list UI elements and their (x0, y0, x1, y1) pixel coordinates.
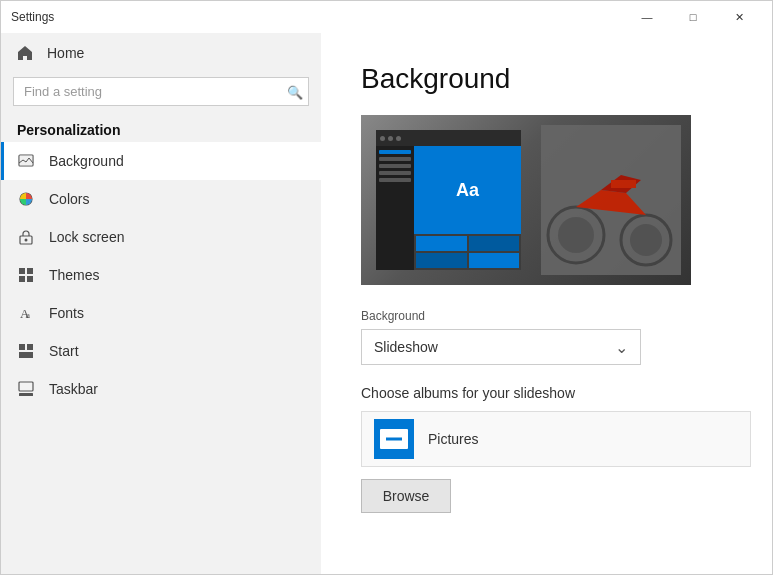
svg-rect-21 (611, 180, 636, 188)
tile-4 (469, 253, 520, 268)
svg-rect-15 (19, 393, 33, 396)
sidebar-start-label: Start (49, 343, 79, 359)
tile-3 (416, 253, 467, 268)
theme-mini-sidebar (376, 146, 414, 234)
preview-container: Aa (361, 115, 691, 285)
svg-rect-6 (27, 268, 33, 274)
theme-bottom-left (376, 234, 414, 270)
chevron-down-icon: ⌄ (615, 338, 628, 357)
folder-line (386, 438, 402, 441)
settings-window: Settings — □ ✕ Home 🔍 (0, 0, 773, 575)
svg-rect-5 (19, 268, 25, 274)
svg-rect-7 (19, 276, 25, 282)
close-button[interactable]: ✕ (716, 1, 762, 33)
theme-bottom (376, 234, 521, 270)
app-content: Home 🔍 Personalization Background (1, 33, 772, 574)
svg-point-18 (558, 217, 594, 253)
pictures-folder-icon (380, 429, 408, 449)
maximize-button[interactable]: □ (670, 1, 716, 33)
mini-bar-5 (379, 178, 411, 182)
sidebar-item-background[interactable]: Background (1, 142, 321, 180)
sidebar-search: 🔍 (13, 77, 309, 106)
sidebar-themes-label: Themes (49, 267, 100, 283)
dropdown-value: Slideshow (374, 339, 438, 355)
svg-rect-13 (19, 352, 33, 358)
motorcycle-preview (541, 125, 681, 275)
start-icon (17, 342, 35, 360)
sidebar-item-taskbar[interactable]: Taskbar (1, 370, 321, 408)
svg-rect-11 (19, 344, 25, 350)
sidebar-item-fonts[interactable]: A a Fonts (1, 294, 321, 332)
colors-icon (17, 190, 35, 208)
lock-screen-icon (17, 228, 35, 246)
search-input[interactable] (13, 77, 309, 106)
sidebar-background-label: Background (49, 153, 124, 169)
theme-dot-2 (388, 136, 393, 141)
album-name: Pictures (428, 431, 479, 447)
theme-dot-3 (396, 136, 401, 141)
sidebar-lock-screen-label: Lock screen (49, 229, 124, 245)
theme-dot-1 (380, 136, 385, 141)
browse-button[interactable]: Browse (361, 479, 451, 513)
sidebar-item-lock-screen[interactable]: Lock screen (1, 218, 321, 256)
theme-preview-window: Aa (376, 130, 521, 270)
home-icon (17, 45, 33, 61)
search-icon[interactable]: 🔍 (287, 84, 303, 99)
theme-main-area: Aa (414, 146, 521, 234)
svg-rect-14 (19, 382, 33, 391)
tile-1 (416, 236, 467, 251)
preview-background: Aa (361, 115, 691, 285)
background-section-label: Background (361, 309, 732, 323)
svg-point-20 (630, 224, 662, 256)
taskbar-icon (17, 380, 35, 398)
mini-bar-4 (379, 171, 411, 175)
theme-preview-topbar (376, 130, 521, 146)
fonts-icon: A a (17, 304, 35, 322)
sidebar-item-themes[interactable]: Themes (1, 256, 321, 294)
album-item-pictures[interactable]: Pictures (361, 411, 751, 467)
theme-bottom-tiles (414, 234, 521, 270)
svg-point-4 (25, 239, 28, 242)
sidebar-fonts-label: Fonts (49, 305, 84, 321)
mini-bar-1 (379, 150, 411, 154)
sidebar-item-colors[interactable]: Colors (1, 180, 321, 218)
background-icon (17, 152, 35, 170)
themes-icon (17, 266, 35, 284)
svg-rect-8 (27, 276, 33, 282)
sidebar-colors-label: Colors (49, 191, 89, 207)
sidebar-item-home[interactable]: Home (1, 33, 321, 73)
mini-bar-3 (379, 164, 411, 168)
theme-preview-body: Aa (376, 146, 521, 234)
main-content: Background (321, 33, 772, 574)
mini-bar-2 (379, 157, 411, 161)
minimize-button[interactable]: — (624, 1, 670, 33)
background-dropdown[interactable]: Slideshow ⌄ (361, 329, 641, 365)
choose-albums-label: Choose albums for your slideshow (361, 385, 732, 401)
window-controls: — □ ✕ (624, 1, 762, 33)
window-title: Settings (11, 10, 624, 24)
album-icon (374, 419, 414, 459)
page-title: Background (361, 63, 732, 95)
tile-2 (469, 236, 520, 251)
home-label: Home (47, 45, 84, 61)
sidebar-section-title: Personalization (1, 114, 321, 142)
sidebar-taskbar-label: Taskbar (49, 381, 98, 397)
sidebar-item-start[interactable]: Start (1, 332, 321, 370)
svg-rect-12 (27, 344, 33, 350)
titlebar: Settings — □ ✕ (1, 1, 772, 33)
svg-text:a: a (26, 310, 30, 320)
sidebar: Home 🔍 Personalization Background (1, 33, 321, 574)
